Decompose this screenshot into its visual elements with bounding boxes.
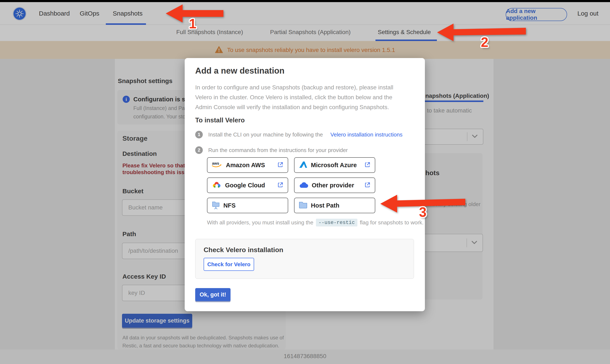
install-velero-heading: To install Velero (195, 117, 245, 124)
annotation-number-3: 3 (419, 204, 427, 220)
svg-text:aws: aws (212, 161, 219, 166)
restic-note: With all providers, you must install usi… (207, 219, 424, 226)
restic-note-prefix: With all providers, you must install usi… (207, 219, 313, 226)
external-link-icon (364, 161, 371, 169)
install-step-1: 1 Install the CLI on your machine by fol… (195, 131, 402, 138)
provider-label: Google Cloud (225, 182, 265, 189)
folder-icon (299, 201, 308, 210)
provider-microsoft-azure-button[interactable]: Microsoft Azure (294, 157, 375, 173)
ok-got-it-button[interactable]: Ok, got it! (195, 288, 231, 301)
step-2-text: Run the commands from the instructions f… (208, 147, 348, 154)
provider-host-path-button[interactable]: Host Path (294, 198, 375, 213)
google-cloud-icon (212, 181, 222, 189)
check-velero-heading: Check Velero installation (204, 246, 283, 254)
annotation-number-1: 1 (189, 16, 196, 32)
restic-note-suffix: flag for snapshots to work. (360, 219, 424, 226)
screen: Dashboard GitOps Snapshots Add a new app… (0, 0, 610, 364)
install-step-2: 2 Run the commands from the instructions… (195, 146, 348, 154)
provider-other-button[interactable]: Other provider (294, 178, 375, 193)
check-for-velero-button[interactable]: Check for Velero (204, 258, 254, 271)
provider-amazon-aws-button[interactable]: aws Amazon AWS (207, 157, 288, 173)
modal-description: In order to configure and use Snapshots … (195, 82, 408, 112)
step-2-badge: 2 (195, 146, 203, 154)
add-destination-modal: Add a new destination In order to config… (185, 58, 425, 311)
provider-label: Host Path (311, 202, 339, 209)
aws-icon: aws (212, 161, 222, 169)
provider-nfs-button[interactable]: NFS (207, 198, 288, 213)
azure-icon (299, 161, 308, 169)
step-1-badge: 1 (195, 131, 203, 138)
annotation-number-2: 2 (481, 35, 488, 50)
modal-title: Add a new destination (195, 66, 284, 76)
cloud-icon (299, 182, 308, 189)
step-1-text: Install the CLI on your machine by follo… (208, 131, 323, 138)
velero-instructions-link[interactable]: Velero installation instructions (330, 131, 402, 138)
external-link-icon (277, 182, 284, 189)
restic-flag-chip: --use-restic (316, 219, 357, 226)
provider-label: Microsoft Azure (311, 162, 357, 169)
provider-label: Other provider (312, 182, 354, 189)
provider-label: NFS (223, 202, 235, 209)
external-link-icon (364, 182, 371, 189)
nfs-folder-icon (212, 201, 220, 210)
external-link-icon (277, 161, 284, 169)
provider-google-cloud-button[interactable]: Google Cloud (207, 178, 288, 193)
provider-label: Amazon AWS (226, 162, 265, 169)
